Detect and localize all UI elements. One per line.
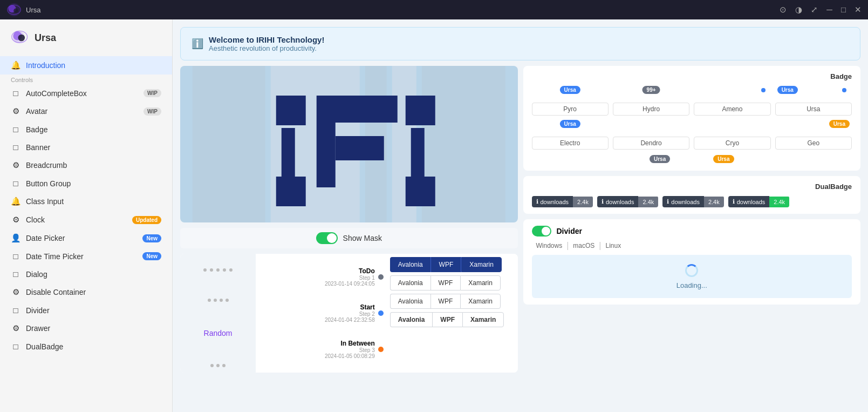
introduction-icon: 🔔 bbox=[11, 60, 20, 70]
badge-cell-geo: Ursa Geo bbox=[775, 120, 852, 150]
dual-badge-left-3: ℹ downloads bbox=[662, 196, 704, 207]
sidebar-item-breadcrumb[interactable]: ⚙ Breadcrumb bbox=[0, 156, 172, 174]
badge-cell-pyro: Ursa Pyro bbox=[532, 86, 609, 116]
btn-group-3: Avalonia WPF Xamarin bbox=[390, 294, 515, 309]
sidebar-item-banner[interactable]: □ Banner bbox=[0, 138, 172, 156]
sidebar-item-avatar[interactable]: ⚙ Avatar WIP bbox=[0, 102, 172, 120]
step-indicator-2 bbox=[378, 310, 384, 316]
left-panel: Show Mask bbox=[180, 66, 518, 373]
ifi-logo-container bbox=[180, 66, 518, 222]
new-badge: New bbox=[142, 252, 161, 260]
sidebar-item-autocomplete[interactable]: □ AutoCompleteBox WIP bbox=[0, 84, 172, 102]
dual-badge-3: ℹ downloads 2.4k bbox=[662, 196, 723, 207]
dual-badge-right-4: 2.4k bbox=[769, 197, 789, 207]
info-icon: ℹ️ bbox=[192, 38, 203, 50]
divider-icon: □ bbox=[11, 306, 20, 315]
geo-label: Geo bbox=[775, 137, 852, 150]
btn-wpf-3[interactable]: WPF bbox=[430, 294, 461, 309]
dot bbox=[229, 268, 233, 272]
btn-xamarin-2[interactable]: Xamarin bbox=[460, 275, 501, 291]
sidebar-item-divider[interactable]: □ Divider bbox=[0, 301, 172, 319]
btn-xamarin-4[interactable]: Xamarin bbox=[462, 312, 504, 327]
btn-group-2: Avalonia WPF Xamarin bbox=[390, 275, 515, 291]
loading-text: Loading... bbox=[676, 281, 707, 289]
dual-badge-left-2: ℹ downloads bbox=[597, 196, 639, 207]
button-group-icon: □ bbox=[11, 179, 20, 188]
btn-avalonia-1[interactable]: Avalonia bbox=[390, 257, 431, 272]
close-icon[interactable]: ✕ bbox=[855, 5, 862, 15]
btn-group-4: Avalonia WPF Xamarin bbox=[390, 312, 515, 327]
step-dots-3 bbox=[210, 364, 225, 367]
info-icon-dual-4: ℹ bbox=[733, 198, 735, 205]
tab-windows[interactable]: Windows bbox=[532, 241, 567, 251]
svg-point-2 bbox=[13, 8, 18, 13]
btn-xamarin-3[interactable]: Xamarin bbox=[460, 294, 501, 309]
btn-group-active: Avalonia WPF Xamarin bbox=[390, 257, 515, 272]
sidebar-logo: Ursa bbox=[0, 19, 172, 56]
sidebar-item-clock[interactable]: ⚙ Clock Updated bbox=[0, 211, 172, 229]
divider-toggle[interactable] bbox=[532, 226, 551, 237]
tab-macos[interactable]: macOS bbox=[569, 241, 599, 251]
content-grid: Show Mask bbox=[173, 66, 868, 380]
info-icon-dual-2: ℹ bbox=[602, 198, 604, 205]
theme-icon[interactable]: ◑ bbox=[795, 5, 802, 15]
sidebar-item-drawer[interactable]: ⚙ Drawer bbox=[0, 319, 172, 337]
wip-badge: WIP bbox=[143, 107, 161, 116]
dot bbox=[203, 268, 207, 272]
steps-timeline: ToDo Step 1 2023-01-14 09:24:05 Start St… bbox=[256, 254, 387, 373]
btn-xamarin-1[interactable]: Xamarin bbox=[461, 257, 502, 272]
maximize-icon[interactable]: □ bbox=[841, 5, 846, 15]
ursa-label: Ursa bbox=[775, 103, 852, 116]
show-mask-row: Show Mask bbox=[180, 228, 518, 248]
sidebar-item-button-group[interactable]: □ Button Group bbox=[0, 174, 172, 192]
sidebar-item-label: Disable Container bbox=[26, 288, 161, 296]
breadcrumb-icon: ⚙ bbox=[11, 160, 20, 170]
dot bbox=[214, 299, 217, 302]
steps-container: Random ToDo Step 1 bbox=[180, 254, 518, 373]
sidebar-item-introduction[interactable]: 🔔 Introduction bbox=[0, 56, 172, 75]
sidebar-item-badge[interactable]: □ Badge bbox=[0, 120, 172, 138]
badge-cell-ursa: Ursa Ursa bbox=[775, 86, 852, 116]
svg-rect-17 bbox=[317, 123, 336, 187]
sidebar-item-label: Divider bbox=[26, 306, 161, 315]
title-bar: Ursa ⊙ ◑ ⤢ ─ □ ✕ bbox=[0, 0, 868, 19]
tab-linux[interactable]: Linux bbox=[602, 241, 626, 251]
divider-section: Divider Windows | macOS | Linux Loading.… bbox=[523, 219, 861, 305]
svg-point-6 bbox=[18, 35, 25, 42]
sidebar-item-dialog[interactable]: □ Dialog bbox=[0, 265, 172, 283]
btn-wpf-4[interactable]: WPF bbox=[432, 312, 462, 327]
dual-badge-right-3: 2.4k bbox=[704, 197, 724, 207]
btn-avalonia-3[interactable]: Avalonia bbox=[390, 294, 430, 309]
drawer-icon: ⚙ bbox=[11, 323, 20, 333]
fullscreen-icon[interactable]: ⤢ bbox=[811, 5, 818, 15]
svg-rect-8 bbox=[193, 66, 265, 222]
sidebar-item-date-picker[interactable]: 👤 Date Picker New bbox=[0, 229, 172, 247]
btn-avalonia-2[interactable]: Avalonia bbox=[390, 275, 430, 291]
dot bbox=[225, 299, 229, 302]
github-icon[interactable]: ⊙ bbox=[780, 5, 787, 15]
dot bbox=[210, 364, 214, 367]
divider-toggle-knob bbox=[542, 227, 550, 235]
banner-icon: □ bbox=[11, 143, 20, 152]
dual-badge-row: ℹ downloads 2.4k ℹ downloads 2.4k bbox=[532, 196, 852, 207]
badge-cell-hydro: 99+ Hydro bbox=[613, 86, 689, 116]
sidebar-item-dual-badge[interactable]: □ DualBadge bbox=[0, 337, 172, 355]
random-button[interactable]: Random bbox=[195, 326, 241, 341]
dual-badge-icon: □ bbox=[11, 342, 20, 351]
minimize-icon[interactable]: ─ bbox=[826, 5, 832, 15]
sidebar-item-disable-container[interactable]: ⚙ Disable Container bbox=[0, 283, 172, 301]
dot bbox=[210, 268, 213, 272]
svg-rect-14 bbox=[282, 128, 295, 177]
sidebar-item-date-time-picker[interactable]: □ Date Time Picker New bbox=[0, 247, 172, 265]
sidebar-item-label: Banner bbox=[26, 143, 161, 152]
step-title-3: In Between bbox=[259, 340, 375, 347]
show-mask-toggle[interactable] bbox=[316, 232, 338, 244]
dual-badge-left-text-3: downloads bbox=[671, 199, 700, 205]
sidebar-item-class-input[interactable]: 🔔 Class Input bbox=[0, 192, 172, 211]
pyro-label: Pyro bbox=[532, 103, 609, 116]
btn-avalonia-4[interactable]: Avalonia bbox=[390, 312, 433, 327]
ursa-badge-pyro: Ursa bbox=[560, 86, 580, 94]
sidebar-item-label: Clock bbox=[26, 215, 127, 224]
btn-wpf-1[interactable]: WPF bbox=[431, 257, 462, 272]
btn-wpf-2[interactable]: WPF bbox=[430, 275, 461, 291]
